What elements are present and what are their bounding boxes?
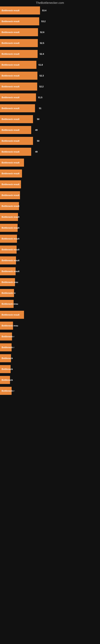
table-row: Bottleneck result bbox=[0, 244, 100, 255]
bar: Bottleneck result bbox=[0, 158, 24, 167]
bar-container: Bottleneck r bbox=[0, 332, 12, 340]
bar-value: 51.8 bbox=[39, 64, 43, 66]
bar-container: Bottleneck result49 bbox=[0, 148, 31, 156]
table-row: Bottleneck result52.2 bbox=[0, 81, 100, 92]
bar-container: Bottleneck result51 bbox=[0, 104, 35, 112]
table-row: Bottleneck result bbox=[0, 201, 100, 211]
table-row: Bottleneck result bbox=[0, 310, 100, 320]
bar: Bottleneck bbox=[0, 365, 11, 373]
bar-value: 51 bbox=[39, 107, 41, 110]
bar-label: Bottleneck result bbox=[1, 20, 20, 22]
bar-container: Bottleneck r bbox=[0, 343, 12, 352]
bar: Bottleneck result bbox=[0, 170, 22, 178]
bar: Bottleneck re bbox=[0, 289, 14, 297]
bar-label: Bottleneck result bbox=[1, 140, 20, 142]
table-row: Bottleneck result52.3 bbox=[0, 70, 100, 81]
bar-container: Bottleneck result bbox=[0, 202, 19, 210]
table-row: Bottleneck resu bbox=[0, 299, 100, 309]
table-row: Bottleneck bbox=[0, 375, 100, 385]
bar-container: Bottleneck result bbox=[0, 213, 18, 221]
table-row: Bottleneck result49 bbox=[0, 125, 100, 135]
site-title: TheBottlenecker.com bbox=[0, 0, 100, 5]
bar: Bottleneck bbox=[0, 376, 10, 384]
bar-container: Bottleneck result bbox=[0, 256, 16, 264]
bar-label: Bottleneck result bbox=[1, 129, 20, 131]
bar-container: Bottleneck result bbox=[0, 311, 24, 319]
bar-label: Bottleneck result bbox=[1, 85, 20, 88]
bar-container: Bottleneck result50 bbox=[0, 115, 33, 123]
bar-container: Bottleneck result51.8 bbox=[0, 61, 36, 69]
bar-value: 49 bbox=[35, 150, 38, 153]
table-row: Bottleneck result bbox=[0, 168, 100, 179]
table-row: Bottleneck result51.8 bbox=[0, 60, 100, 70]
bar: Bottleneck result bbox=[0, 311, 24, 319]
bar-container: Bottleneck result bbox=[0, 158, 24, 167]
bar: Bottleneck result bbox=[0, 235, 17, 243]
bar-label: Bottleneck result bbox=[1, 162, 20, 164]
rows-container: Bottleneck result53.4Bottleneck result53… bbox=[0, 5, 100, 396]
bar-label: Bottleneck result bbox=[1, 64, 20, 66]
bar: Bottleneck result50 bbox=[0, 115, 33, 123]
table-row: Bottleneck resu bbox=[0, 277, 100, 288]
bar-container: Bottleneck re bbox=[0, 289, 14, 297]
bar: Bottleneck resu bbox=[0, 300, 14, 308]
bar-label: Bottleneck result bbox=[1, 205, 20, 207]
table-row: Bottleneck result52.6 bbox=[0, 27, 100, 38]
table-row: Bottleneck result bbox=[0, 234, 100, 244]
bar-label: Bottleneck result bbox=[1, 216, 20, 218]
table-row: Bottleneck result bbox=[0, 190, 100, 200]
bar: Bottleneck result bbox=[0, 213, 18, 221]
table-row: Bottleneck result51 bbox=[0, 103, 100, 114]
bar-container: Bottleneck result53.2 bbox=[0, 17, 39, 25]
bar-label: Bottleneck result bbox=[1, 150, 20, 153]
bar-container: Bottleneck r bbox=[0, 387, 12, 395]
bar-container: Bottleneck result52.5 bbox=[0, 39, 38, 47]
table-row: Bottleneck r bbox=[0, 331, 100, 342]
bar-value: 52.3 bbox=[40, 74, 44, 77]
bar-label: Bottleneck result bbox=[1, 118, 20, 120]
bar-label: Bottleneck result bbox=[1, 9, 20, 12]
bar-container: Bottleneck result bbox=[0, 235, 17, 243]
bar-label: Bottleneck bbox=[1, 368, 14, 370]
bar-container: Bottleneck result51.5 bbox=[0, 94, 36, 102]
bar: Bottleneck result bbox=[0, 256, 16, 264]
bar-label: Bottleneck resu bbox=[1, 303, 19, 305]
bar-label: Bottleneck resu bbox=[1, 281, 19, 283]
bar: Bottleneck result51.5 bbox=[0, 94, 36, 102]
bar: Bottleneck r bbox=[0, 343, 12, 352]
table-row: Bottleneck result50 bbox=[0, 114, 100, 124]
bar-label: Bottleneck bbox=[1, 379, 14, 381]
bar: Bottleneck result52.5 bbox=[0, 39, 38, 47]
table-row: Bottleneck result52.4 bbox=[0, 49, 100, 59]
table-row: Bottleneck result bbox=[0, 212, 100, 222]
bar-container: Bottleneck result50 bbox=[0, 137, 33, 145]
bar-value: 52.5 bbox=[40, 42, 44, 44]
bar: Bottleneck bbox=[0, 354, 11, 362]
bar-container: Bottleneck bbox=[0, 365, 11, 373]
bar-label: Bottleneck r bbox=[1, 390, 15, 392]
bar-label: Bottleneck bbox=[1, 357, 14, 360]
bar: Bottleneck result51.8 bbox=[0, 61, 36, 69]
bar: Bottleneck result52.3 bbox=[0, 72, 37, 80]
bar-label: Bottleneck result bbox=[1, 314, 20, 316]
bar-container: Bottleneck result bbox=[0, 267, 16, 275]
bar-value: 50 bbox=[37, 140, 39, 142]
table-row: Bottleneck result bbox=[0, 179, 100, 190]
header: TheBottlenecker.com bbox=[0, 0, 100, 5]
bar: Bottleneck result bbox=[0, 180, 21, 188]
bar-value: 52.2 bbox=[39, 85, 44, 88]
bar-container: Bottleneck result52.2 bbox=[0, 82, 37, 90]
bar: Bottleneck r bbox=[0, 387, 12, 395]
bar-label: Bottleneck result bbox=[1, 259, 20, 262]
bar: Bottleneck result51 bbox=[0, 104, 35, 112]
bar-value: 53.4 bbox=[42, 9, 47, 12]
bar-value: 52.6 bbox=[40, 31, 44, 34]
table-row: Bottleneck result50 bbox=[0, 136, 100, 146]
bar: Bottleneck result bbox=[0, 202, 19, 210]
table-row: Bottleneck result51.5 bbox=[0, 92, 100, 103]
bar: Bottleneck result53.4 bbox=[0, 6, 40, 14]
table-row: Bottleneck bbox=[0, 364, 100, 374]
bar: Bottleneck result52.4 bbox=[0, 50, 38, 58]
bar-label: Bottleneck result bbox=[1, 96, 20, 98]
bar-value: 53.2 bbox=[41, 20, 46, 22]
